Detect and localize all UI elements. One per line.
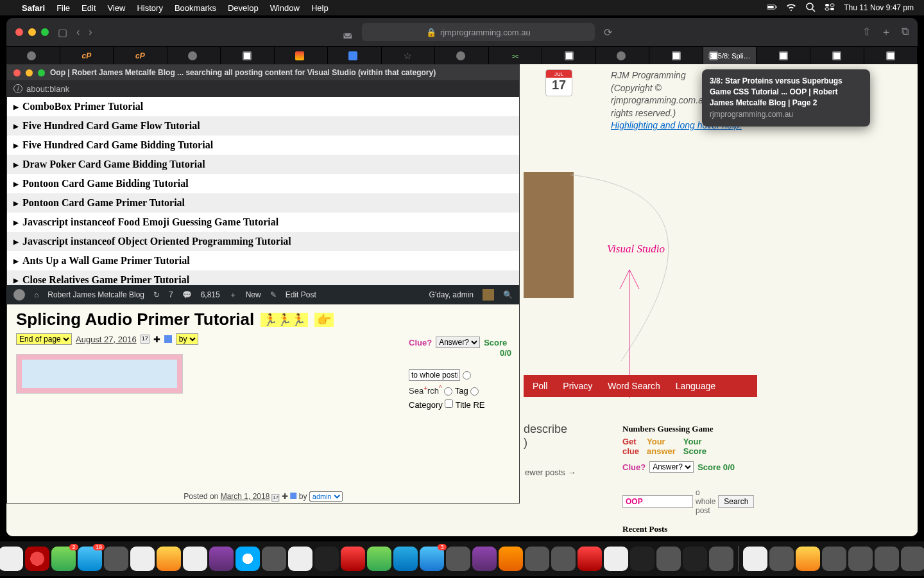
back-button[interactable]: ‹ bbox=[76, 26, 80, 38]
search-button[interactable]: Search bbox=[718, 495, 754, 508]
popup-zoom-button[interactable] bbox=[38, 69, 45, 76]
dock-app-filezilla[interactable] bbox=[578, 547, 602, 571]
dock-app-firefox[interactable] bbox=[499, 547, 523, 571]
menu-develop[interactable]: Develop bbox=[228, 3, 259, 13]
dock-app-messages[interactable]: 2 bbox=[51, 547, 76, 571]
author-select[interactable]: admin bbox=[309, 491, 343, 502]
placement-select[interactable]: End of page bbox=[16, 333, 72, 345]
footer-date[interactable]: March 1, 2018 bbox=[221, 492, 270, 501]
result-row[interactable]: Draw Poker Card Game Bidding Tutorial bbox=[7, 155, 519, 174]
battery-icon[interactable] bbox=[767, 2, 777, 14]
browser-tab[interactable]: ☆ bbox=[382, 47, 436, 64]
result-row[interactable]: Ants Up a Wall Game Primer Tutorial bbox=[7, 251, 519, 270]
post-thumbnail[interactable] bbox=[16, 354, 183, 394]
popup-close-button[interactable] bbox=[13, 69, 21, 76]
radio-whole[interactable] bbox=[463, 371, 471, 380]
close-window-button[interactable] bbox=[15, 28, 23, 36]
result-row[interactable]: Javascript instanceof Food Emoji Guessin… bbox=[7, 213, 519, 232]
shield-icon[interactable]: ◛ bbox=[343, 26, 353, 39]
dock-app[interactable] bbox=[157, 547, 181, 571]
dock-item[interactable] bbox=[822, 547, 846, 571]
dock-item[interactable] bbox=[796, 547, 820, 571]
tabs-overview-icon[interactable]: ⧉ bbox=[902, 26, 909, 39]
dock-app-safari[interactable] bbox=[235, 547, 260, 571]
dock-app[interactable] bbox=[446, 547, 470, 571]
pointing-icon[interactable]: 👉 bbox=[314, 313, 334, 327]
result-row[interactable]: Close Relatives Game Primer Tutorial bbox=[7, 270, 519, 285]
browser-tab[interactable]: ⫘ bbox=[489, 47, 543, 64]
menu-file[interactable]: File bbox=[56, 3, 70, 13]
browser-tab[interactable] bbox=[221, 47, 275, 64]
browser-tab[interactable] bbox=[757, 47, 810, 64]
dock-app[interactable] bbox=[393, 547, 418, 571]
dock-app[interactable] bbox=[551, 547, 576, 571]
menu-history[interactable]: History bbox=[137, 3, 162, 13]
edit-post-label[interactable]: Edit Post bbox=[286, 290, 316, 299]
browser-tab[interactable] bbox=[275, 47, 329, 64]
radio-search[interactable] bbox=[444, 387, 452, 396]
browser-tab[interactable] bbox=[328, 47, 382, 64]
dock-app[interactable] bbox=[130, 547, 155, 571]
site-name[interactable]: Robert James Metcalfe Blog bbox=[47, 290, 144, 299]
result-row[interactable]: Pontoon Card Game Primer Tutorial bbox=[7, 193, 519, 213]
nav-language[interactable]: Language bbox=[676, 381, 715, 391]
wordpress-icon[interactable] bbox=[13, 289, 25, 301]
answer-select[interactable]: Answer? bbox=[649, 461, 694, 473]
reload-button[interactable]: ⟳ bbox=[604, 26, 612, 39]
forward-button[interactable]: › bbox=[89, 26, 92, 38]
dock-app-chrome[interactable] bbox=[743, 547, 767, 571]
menu-help[interactable]: Help bbox=[311, 3, 329, 13]
dock-app-mail[interactable]: 19 bbox=[78, 547, 102, 571]
browser-tab[interactable] bbox=[6, 47, 60, 64]
clock[interactable]: Thu 11 Nov 9:47 pm bbox=[844, 3, 914, 12]
dock-app[interactable] bbox=[656, 547, 681, 571]
pencil-icon[interactable]: ✎ bbox=[270, 290, 277, 299]
home-icon[interactable]: ⌂ bbox=[34, 290, 38, 299]
avatar[interactable] bbox=[483, 289, 494, 301]
newer-posts-link[interactable]: ewer posts → bbox=[525, 468, 576, 477]
dock-app-intellij[interactable] bbox=[683, 547, 707, 571]
app-name[interactable]: Safari bbox=[22, 3, 45, 13]
menu-window[interactable]: Window bbox=[270, 3, 300, 13]
browser-tab[interactable]: cP bbox=[60, 47, 114, 64]
cal-mini-icon[interactable]: 17 bbox=[272, 494, 280, 502]
browser-tab[interactable] bbox=[167, 47, 221, 64]
browser-tab-active[interactable]: × 5/8: Spli… bbox=[703, 47, 757, 64]
sidebar-toggle-icon[interactable]: ▢ bbox=[58, 26, 67, 39]
control-center-icon[interactable] bbox=[825, 2, 835, 14]
new-tab-icon[interactable]: ＋ bbox=[881, 26, 891, 39]
zoom-window-button[interactable] bbox=[41, 28, 49, 36]
dock-app-appstore[interactable]: 3 bbox=[420, 547, 444, 571]
dock-app[interactable] bbox=[314, 547, 339, 571]
dock-item[interactable] bbox=[848, 547, 873, 571]
popup-address-bar[interactable]: i about:blank bbox=[7, 80, 519, 97]
blue-square-icon[interactable] bbox=[290, 493, 296, 499]
dock-app[interactable] bbox=[104, 547, 128, 571]
browser-tab[interactable] bbox=[435, 47, 489, 64]
dock-app[interactable] bbox=[472, 547, 497, 571]
dock-app-calendar[interactable] bbox=[183, 547, 207, 571]
nav-word-search[interactable]: Word Search bbox=[608, 381, 660, 391]
close-tab-icon[interactable]: × bbox=[707, 51, 712, 61]
plus-icon[interactable]: ✚ bbox=[282, 492, 288, 501]
dock-app-terminal[interactable] bbox=[630, 547, 654, 571]
comments-icon[interactable]: 💬 bbox=[182, 290, 192, 299]
updates-icon[interactable]: ↻ bbox=[153, 290, 160, 299]
spotlight-icon[interactable] bbox=[805, 2, 816, 14]
minimize-window-button[interactable] bbox=[28, 28, 36, 36]
greeting[interactable]: G'day, admin bbox=[429, 290, 474, 299]
browser-tab[interactable] bbox=[596, 47, 650, 64]
browser-tab[interactable] bbox=[864, 47, 918, 64]
menu-view[interactable]: View bbox=[108, 3, 126, 13]
search-icon[interactable]: 🔍 bbox=[503, 290, 513, 299]
dock-item[interactable] bbox=[901, 547, 924, 571]
dock-app[interactable] bbox=[288, 547, 312, 571]
result-row[interactable]: Pontoon Card Game Bidding Tutorial bbox=[7, 174, 519, 193]
menu-bookmarks[interactable]: Bookmarks bbox=[175, 3, 216, 13]
checkbox-category[interactable] bbox=[445, 399, 453, 408]
search-input[interactable] bbox=[409, 369, 460, 381]
dock-item[interactable] bbox=[875, 547, 899, 571]
share-icon[interactable]: ⇧ bbox=[862, 26, 871, 39]
result-row[interactable]: Javascript instanceof Object Oriented Pr… bbox=[7, 232, 519, 251]
dock-app[interactable] bbox=[367, 547, 391, 571]
